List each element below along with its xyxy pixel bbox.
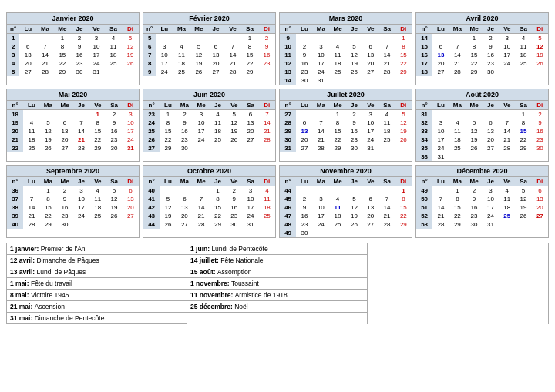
cal-day: 15 xyxy=(449,203,466,212)
week-num: 21 xyxy=(7,136,23,144)
cal-day: 12 xyxy=(346,51,362,59)
cal-day xyxy=(156,34,173,43)
cal-day: 5 xyxy=(515,186,531,196)
cal-day: 20 xyxy=(123,203,139,212)
month-title-7: Août 2020 xyxy=(416,89,548,101)
cal-day: 9 xyxy=(483,42,499,51)
holiday-date: 8 mai: xyxy=(10,291,31,299)
cal-day: 3 xyxy=(156,42,173,51)
week-num: 34 xyxy=(416,136,432,144)
cal-day: 26 xyxy=(160,220,176,229)
holiday-name: Lundi de Pentecôte xyxy=(211,245,267,253)
cal-day: 18 xyxy=(210,127,226,136)
cal-day: 2 xyxy=(532,110,548,119)
cal-day xyxy=(483,152,499,161)
holiday-name: Assomption xyxy=(217,268,251,276)
cal-day: 19 xyxy=(160,212,176,220)
cal-day: 26 xyxy=(395,136,412,144)
cal-day: 2 xyxy=(346,110,362,119)
cal-day: 18 xyxy=(259,203,275,212)
cal-day xyxy=(123,220,139,229)
cal-day: 23 xyxy=(296,220,312,229)
cal-day: 13 xyxy=(242,119,258,127)
cal-day: 30 xyxy=(106,144,122,152)
cal-day: 6 xyxy=(432,42,449,51)
holiday-date: 21 mai: xyxy=(10,303,35,310)
cal-day: 3 xyxy=(313,195,330,203)
calendars-grid: Janvier 2020n°LuMaMeJeVeSaDi112345267891… xyxy=(6,12,549,238)
cal-day: 23 xyxy=(56,212,73,220)
cal-day: 18 xyxy=(23,136,39,144)
cal-day: 26 xyxy=(346,220,362,229)
cal-day: 6 xyxy=(177,195,193,203)
cal-day: 12 xyxy=(190,51,207,59)
holiday-date: 15 août: xyxy=(190,268,217,276)
week-num: 30 xyxy=(280,136,296,144)
cal-day: 7 xyxy=(432,195,449,203)
week-num: 44 xyxy=(280,186,296,196)
month-title-4: Mai 2020 xyxy=(7,89,139,101)
cal-day: 22 xyxy=(89,136,106,144)
cal-day xyxy=(362,34,378,43)
cal-day xyxy=(313,34,330,43)
cal-day: 9 xyxy=(258,42,275,51)
week-num: 40 xyxy=(7,220,23,229)
month-block-7: Août 2020n°LuMaMeJeVeSaDi311232345678933… xyxy=(415,89,549,162)
cal-day: 2 xyxy=(56,186,73,196)
cal-day: 29 xyxy=(54,68,71,76)
cal-day: 21 xyxy=(36,59,53,68)
cal-day: 2 xyxy=(106,110,122,119)
cal-day: 27 xyxy=(123,212,139,220)
cal-day: 30 xyxy=(296,229,312,237)
week-num: 3 xyxy=(7,51,19,59)
holiday-date: 12 avril: xyxy=(10,256,37,264)
cal-day: 23 xyxy=(532,136,548,144)
cal-day: 24 xyxy=(362,136,378,144)
cal-day: 17 xyxy=(123,127,139,136)
cal-day: 5 xyxy=(122,34,139,43)
cal-day: 20 xyxy=(242,127,258,136)
week-num: 41 xyxy=(143,195,160,203)
cal-day: 2 xyxy=(226,186,242,196)
holiday-name: Premier de l'An xyxy=(41,245,86,253)
month-title-1: Février 2020 xyxy=(143,13,275,25)
holiday-date: 11 novembre: xyxy=(190,291,235,299)
cal-day: 3 xyxy=(123,110,139,119)
cal-day: 19 xyxy=(532,51,548,59)
cal-day: 6 xyxy=(123,186,139,196)
cal-day: 15 xyxy=(160,127,176,136)
cal-day: 27 xyxy=(362,68,378,76)
cal-day: 18 xyxy=(105,51,122,59)
month-block-5: Juin 2020n°LuMaMeJeVeSaDi231234567248910… xyxy=(143,89,276,162)
cal-day: 30 xyxy=(532,144,548,152)
cal-day: 1 xyxy=(241,34,258,43)
cal-day: 18 xyxy=(378,127,395,136)
cal-day: 3 xyxy=(242,186,258,196)
cal-day: 17 xyxy=(156,59,173,68)
cal-day: 1 xyxy=(466,34,483,43)
cal-day: 25 xyxy=(105,59,122,68)
week-num: 20 xyxy=(7,127,23,136)
cal-day xyxy=(207,34,224,43)
cal-day: 22 xyxy=(395,59,412,68)
cal-day xyxy=(329,186,346,196)
cal-day: 2 xyxy=(466,186,483,196)
cal-day: 19 xyxy=(466,136,483,144)
month-title-6: Juillet 2020 xyxy=(280,89,412,101)
holiday-date: 1 novembre: xyxy=(190,280,231,287)
cal-day xyxy=(296,186,312,196)
cal-day: 16 xyxy=(106,127,122,136)
cal-day: 20 xyxy=(296,136,312,144)
cal-day: 7 xyxy=(313,119,330,127)
cal-day: 9 xyxy=(71,42,88,51)
cal-day xyxy=(106,220,122,229)
month-block-11: Décembre 2020n°LuMaMeJeVeSaDi49123456507… xyxy=(415,165,549,238)
cal-day: 17 xyxy=(313,212,330,220)
cal-day: 16 xyxy=(346,127,362,136)
cal-day: 31 xyxy=(242,220,258,229)
cal-day xyxy=(532,220,548,229)
cal-day: 17 xyxy=(193,127,210,136)
cal-day xyxy=(224,34,241,43)
cal-day xyxy=(190,34,207,43)
cal-day: 16 xyxy=(296,212,312,220)
